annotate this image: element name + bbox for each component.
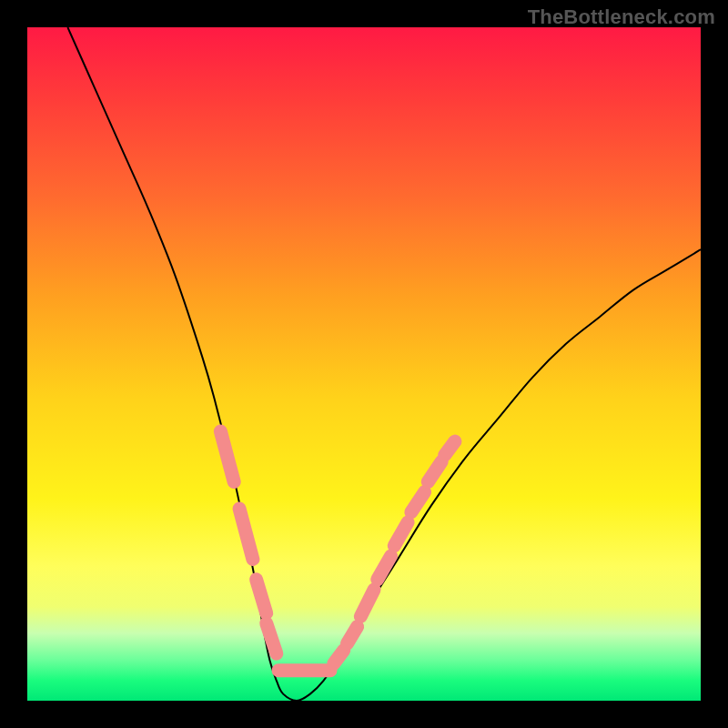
marker-segment-3 — [267, 623, 277, 653]
watermark-text: TheBottleneck.com — [528, 5, 715, 29]
marker-segment-1 — [239, 509, 253, 560]
marker-segment-11 — [428, 461, 441, 481]
marker-segment-10 — [411, 492, 425, 512]
marker-segment-2 — [257, 580, 267, 613]
marker-segment-9 — [394, 522, 408, 546]
chart-svg — [27, 27, 701, 701]
marker-segment-0 — [220, 431, 234, 482]
marker-segment-12 — [445, 441, 455, 455]
marker-segment-5 — [334, 651, 344, 664]
chart-plot-area — [27, 27, 701, 701]
bottleneck-curve — [67, 27, 701, 701]
marker-segment-6 — [348, 627, 358, 644]
marker-segment-8 — [378, 556, 391, 580]
marker-segment-7 — [360, 590, 374, 617]
